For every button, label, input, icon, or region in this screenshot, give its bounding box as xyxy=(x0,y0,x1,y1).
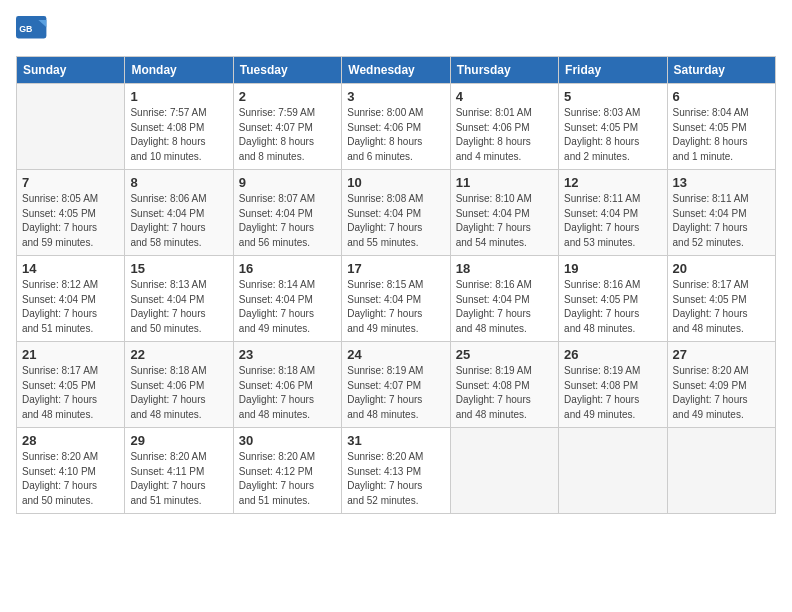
day-number: 28 xyxy=(22,433,119,448)
day-info: Sunrise: 8:11 AM Sunset: 4:04 PM Dayligh… xyxy=(673,192,770,250)
calendar-header-row: SundayMondayTuesdayWednesdayThursdayFrid… xyxy=(17,57,776,84)
calendar-cell: 28Sunrise: 8:20 AM Sunset: 4:10 PM Dayli… xyxy=(17,428,125,514)
calendar-week-row: 1Sunrise: 7:57 AM Sunset: 4:08 PM Daylig… xyxy=(17,84,776,170)
day-number: 7 xyxy=(22,175,119,190)
day-info: Sunrise: 8:16 AM Sunset: 4:05 PM Dayligh… xyxy=(564,278,661,336)
calendar-cell: 14Sunrise: 8:12 AM Sunset: 4:04 PM Dayli… xyxy=(17,256,125,342)
calendar-cell: 20Sunrise: 8:17 AM Sunset: 4:05 PM Dayli… xyxy=(667,256,775,342)
calendar-cell xyxy=(450,428,558,514)
day-number: 25 xyxy=(456,347,553,362)
calendar-cell xyxy=(17,84,125,170)
day-number: 17 xyxy=(347,261,444,276)
day-number: 15 xyxy=(130,261,227,276)
day-number: 10 xyxy=(347,175,444,190)
calendar-cell: 9Sunrise: 8:07 AM Sunset: 4:04 PM Daylig… xyxy=(233,170,341,256)
calendar-cell: 16Sunrise: 8:14 AM Sunset: 4:04 PM Dayli… xyxy=(233,256,341,342)
calendar-cell: 15Sunrise: 8:13 AM Sunset: 4:04 PM Dayli… xyxy=(125,256,233,342)
day-info: Sunrise: 8:00 AM Sunset: 4:06 PM Dayligh… xyxy=(347,106,444,164)
day-number: 13 xyxy=(673,175,770,190)
day-number: 6 xyxy=(673,89,770,104)
calendar-cell: 18Sunrise: 8:16 AM Sunset: 4:04 PM Dayli… xyxy=(450,256,558,342)
day-info: Sunrise: 7:59 AM Sunset: 4:07 PM Dayligh… xyxy=(239,106,336,164)
day-info: Sunrise: 8:20 AM Sunset: 4:12 PM Dayligh… xyxy=(239,450,336,508)
weekday-header-monday: Monday xyxy=(125,57,233,84)
day-info: Sunrise: 8:08 AM Sunset: 4:04 PM Dayligh… xyxy=(347,192,444,250)
logo-icon: GB xyxy=(16,16,48,44)
calendar-table: SundayMondayTuesdayWednesdayThursdayFrid… xyxy=(16,56,776,514)
day-info: Sunrise: 8:05 AM Sunset: 4:05 PM Dayligh… xyxy=(22,192,119,250)
day-info: Sunrise: 8:07 AM Sunset: 4:04 PM Dayligh… xyxy=(239,192,336,250)
day-info: Sunrise: 8:19 AM Sunset: 4:07 PM Dayligh… xyxy=(347,364,444,422)
day-number: 31 xyxy=(347,433,444,448)
calendar-cell: 25Sunrise: 8:19 AM Sunset: 4:08 PM Dayli… xyxy=(450,342,558,428)
day-info: Sunrise: 8:06 AM Sunset: 4:04 PM Dayligh… xyxy=(130,192,227,250)
svg-text:GB: GB xyxy=(19,24,32,34)
day-info: Sunrise: 8:20 AM Sunset: 4:10 PM Dayligh… xyxy=(22,450,119,508)
calendar-cell: 17Sunrise: 8:15 AM Sunset: 4:04 PM Dayli… xyxy=(342,256,450,342)
day-number: 1 xyxy=(130,89,227,104)
day-info: Sunrise: 8:19 AM Sunset: 4:08 PM Dayligh… xyxy=(564,364,661,422)
calendar-cell: 1Sunrise: 7:57 AM Sunset: 4:08 PM Daylig… xyxy=(125,84,233,170)
day-info: Sunrise: 8:04 AM Sunset: 4:05 PM Dayligh… xyxy=(673,106,770,164)
calendar-cell: 4Sunrise: 8:01 AM Sunset: 4:06 PM Daylig… xyxy=(450,84,558,170)
weekday-header-wednesday: Wednesday xyxy=(342,57,450,84)
day-info: Sunrise: 8:17 AM Sunset: 4:05 PM Dayligh… xyxy=(22,364,119,422)
calendar-cell: 27Sunrise: 8:20 AM Sunset: 4:09 PM Dayli… xyxy=(667,342,775,428)
calendar-cell: 31Sunrise: 8:20 AM Sunset: 4:13 PM Dayli… xyxy=(342,428,450,514)
day-info: Sunrise: 8:17 AM Sunset: 4:05 PM Dayligh… xyxy=(673,278,770,336)
day-info: Sunrise: 8:15 AM Sunset: 4:04 PM Dayligh… xyxy=(347,278,444,336)
day-number: 29 xyxy=(130,433,227,448)
calendar-cell: 12Sunrise: 8:11 AM Sunset: 4:04 PM Dayli… xyxy=(559,170,667,256)
day-number: 14 xyxy=(22,261,119,276)
day-number: 8 xyxy=(130,175,227,190)
day-number: 20 xyxy=(673,261,770,276)
calendar-cell: 22Sunrise: 8:18 AM Sunset: 4:06 PM Dayli… xyxy=(125,342,233,428)
day-info: Sunrise: 8:20 AM Sunset: 4:11 PM Dayligh… xyxy=(130,450,227,508)
calendar-cell: 30Sunrise: 8:20 AM Sunset: 4:12 PM Dayli… xyxy=(233,428,341,514)
day-info: Sunrise: 8:01 AM Sunset: 4:06 PM Dayligh… xyxy=(456,106,553,164)
day-number: 19 xyxy=(564,261,661,276)
day-number: 21 xyxy=(22,347,119,362)
calendar-cell: 21Sunrise: 8:17 AM Sunset: 4:05 PM Dayli… xyxy=(17,342,125,428)
calendar-week-row: 7Sunrise: 8:05 AM Sunset: 4:05 PM Daylig… xyxy=(17,170,776,256)
calendar-cell: 26Sunrise: 8:19 AM Sunset: 4:08 PM Dayli… xyxy=(559,342,667,428)
weekday-header-thursday: Thursday xyxy=(450,57,558,84)
day-number: 9 xyxy=(239,175,336,190)
logo: GB xyxy=(16,16,52,44)
day-number: 22 xyxy=(130,347,227,362)
day-info: Sunrise: 8:03 AM Sunset: 4:05 PM Dayligh… xyxy=(564,106,661,164)
day-number: 18 xyxy=(456,261,553,276)
day-number: 27 xyxy=(673,347,770,362)
day-number: 16 xyxy=(239,261,336,276)
calendar-cell: 13Sunrise: 8:11 AM Sunset: 4:04 PM Dayli… xyxy=(667,170,775,256)
day-number: 23 xyxy=(239,347,336,362)
calendar-cell: 24Sunrise: 8:19 AM Sunset: 4:07 PM Dayli… xyxy=(342,342,450,428)
day-info: Sunrise: 8:18 AM Sunset: 4:06 PM Dayligh… xyxy=(239,364,336,422)
day-number: 5 xyxy=(564,89,661,104)
calendar-cell xyxy=(667,428,775,514)
day-number: 2 xyxy=(239,89,336,104)
day-number: 4 xyxy=(456,89,553,104)
weekday-header-saturday: Saturday xyxy=(667,57,775,84)
day-info: Sunrise: 8:12 AM Sunset: 4:04 PM Dayligh… xyxy=(22,278,119,336)
weekday-header-friday: Friday xyxy=(559,57,667,84)
day-number: 3 xyxy=(347,89,444,104)
calendar-cell: 29Sunrise: 8:20 AM Sunset: 4:11 PM Dayli… xyxy=(125,428,233,514)
day-number: 26 xyxy=(564,347,661,362)
weekday-header-sunday: Sunday xyxy=(17,57,125,84)
weekday-header-tuesday: Tuesday xyxy=(233,57,341,84)
day-info: Sunrise: 8:13 AM Sunset: 4:04 PM Dayligh… xyxy=(130,278,227,336)
day-number: 30 xyxy=(239,433,336,448)
day-info: Sunrise: 7:57 AM Sunset: 4:08 PM Dayligh… xyxy=(130,106,227,164)
day-info: Sunrise: 8:20 AM Sunset: 4:13 PM Dayligh… xyxy=(347,450,444,508)
day-number: 12 xyxy=(564,175,661,190)
calendar-cell: 3Sunrise: 8:00 AM Sunset: 4:06 PM Daylig… xyxy=(342,84,450,170)
calendar-week-row: 28Sunrise: 8:20 AM Sunset: 4:10 PM Dayli… xyxy=(17,428,776,514)
calendar-cell: 5Sunrise: 8:03 AM Sunset: 4:05 PM Daylig… xyxy=(559,84,667,170)
day-info: Sunrise: 8:10 AM Sunset: 4:04 PM Dayligh… xyxy=(456,192,553,250)
page-header: GB xyxy=(16,16,776,44)
calendar-cell: 2Sunrise: 7:59 AM Sunset: 4:07 PM Daylig… xyxy=(233,84,341,170)
calendar-cell: 23Sunrise: 8:18 AM Sunset: 4:06 PM Dayli… xyxy=(233,342,341,428)
calendar-cell: 10Sunrise: 8:08 AM Sunset: 4:04 PM Dayli… xyxy=(342,170,450,256)
calendar-week-row: 21Sunrise: 8:17 AM Sunset: 4:05 PM Dayli… xyxy=(17,342,776,428)
